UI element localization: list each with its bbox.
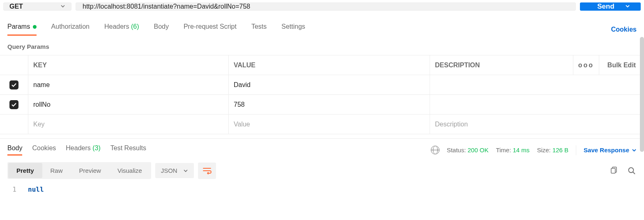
wrap-icon (202, 167, 212, 174)
chevron-down-icon (632, 148, 637, 153)
active-dot-icon (33, 25, 37, 29)
copy-button[interactable] (609, 166, 619, 176)
response-tab-body[interactable]: Body (7, 144, 22, 156)
tab-headers-count: (6) (131, 23, 139, 30)
more-actions-button[interactable]: ooo (573, 55, 599, 75)
bulk-edit-button[interactable]: Bulk Edit (599, 55, 644, 75)
new-param-row: Key Value Description (0, 115, 644, 134)
param-description-cell[interactable] (430, 75, 644, 94)
response-body: 1 null (0, 182, 644, 197)
request-url-input[interactable]: http://localhost:8081/instantiate?name=D… (76, 2, 576, 11)
line-number: 1 (0, 186, 28, 193)
col-header-value[interactable]: VALUE (228, 55, 430, 75)
format-value: JSON (161, 167, 177, 174)
view-mode-preview[interactable]: Preview (71, 163, 109, 178)
response-tab-headers-count: (3) (92, 144, 101, 151)
response-tab-cookies[interactable]: Cookies (32, 144, 56, 156)
param-description-cell[interactable] (430, 95, 644, 114)
save-response-button[interactable]: Save Response (584, 147, 637, 154)
tab-prerequest[interactable]: Pre-request Script (184, 23, 237, 36)
http-method-value: GET (9, 3, 23, 10)
row-checkbox[interactable] (9, 80, 18, 89)
time-value: 14 ms (513, 147, 530, 154)
size-value: 126 B (552, 147, 568, 154)
svg-rect-0 (611, 168, 615, 173)
time-label: Time: 14 ms (496, 147, 529, 154)
tab-settings[interactable]: Settings (281, 23, 305, 36)
copy-icon (610, 167, 618, 175)
table-row: name David (0, 75, 644, 95)
chevron-down-icon (183, 168, 188, 173)
table-row: rollNo 758 (0, 95, 644, 115)
param-key-input[interactable]: Key (28, 115, 228, 134)
param-value-input[interactable]: Value (228, 115, 430, 134)
svg-point-1 (629, 167, 634, 172)
tab-body[interactable]: Body (154, 23, 168, 36)
tab-tests[interactable]: Tests (251, 23, 267, 36)
tab-authorization[interactable]: Authorization (51, 23, 90, 36)
row-checkbox[interactable] (9, 100, 18, 109)
section-title-query-params: Query Params (0, 36, 644, 55)
response-tab-headers[interactable]: Headers (3) (66, 144, 101, 156)
response-format-select[interactable]: JSON (155, 163, 194, 178)
view-mode-raw[interactable]: Raw (42, 163, 71, 178)
tab-params-label: Params (7, 23, 30, 30)
cookies-link[interactable]: Cookies (611, 26, 637, 33)
tab-params[interactable]: Params (7, 23, 37, 36)
response-tab-test-results[interactable]: Test Results (110, 144, 146, 156)
view-mode-visualize[interactable]: Visualize (109, 163, 150, 178)
status-label: Status: 200 OK (447, 147, 489, 154)
col-header-description[interactable]: DESCRIPTION (430, 55, 573, 75)
chevron-down-icon (60, 3, 65, 10)
param-description-input[interactable]: Description (430, 115, 644, 134)
response-tab-headers-label: Headers (66, 144, 90, 151)
param-key-cell[interactable]: rollNo (28, 95, 228, 114)
search-icon (628, 167, 636, 175)
send-button[interactable]: Send (580, 2, 641, 11)
size-label: Size: 126 B (537, 147, 568, 154)
tab-headers-label: Headers (104, 23, 129, 30)
request-url-text: http://localhost:8081/instantiate?name=D… (83, 3, 250, 10)
divider (576, 145, 576, 155)
save-response-label: Save Response (584, 147, 629, 154)
param-key-cell[interactable]: name (28, 75, 228, 94)
http-method-select[interactable]: GET (3, 2, 71, 11)
line-wrap-button[interactable] (198, 163, 216, 179)
send-button-label: Send (597, 2, 614, 11)
param-value-cell[interactable]: David (228, 75, 430, 94)
response-content: null (28, 186, 44, 193)
col-header-key[interactable]: KEY (28, 55, 228, 75)
status-value: 200 OK (468, 147, 489, 154)
param-value-cell[interactable]: 758 (228, 95, 430, 114)
search-button[interactable] (627, 166, 637, 176)
scrollbar[interactable] (640, 37, 644, 152)
view-mode-pretty[interactable]: Pretty (8, 163, 42, 178)
network-icon[interactable] (431, 146, 439, 154)
chevron-down-icon (625, 3, 630, 10)
tab-headers[interactable]: Headers (6) (104, 23, 139, 36)
